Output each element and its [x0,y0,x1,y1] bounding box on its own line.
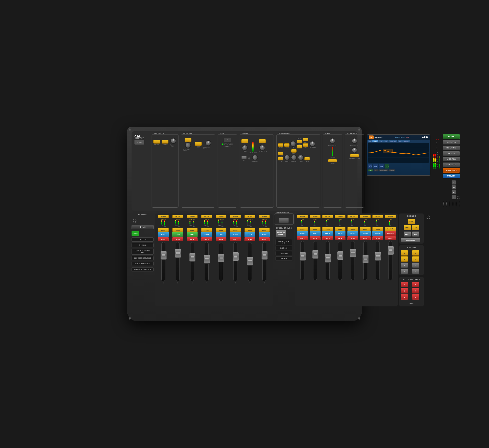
eq-freq-knob[interactable] [284,155,290,160]
ch3-mute-btn[interactable]: MUTE [187,237,198,241]
mtr06-mute-btn[interactable]: MUTE [360,236,371,240]
mtr03-name-btn[interactable]: Mtr03 [322,231,333,236]
ch8-solo-btn[interactable]: SOLO [259,228,270,232]
home-button[interactable]: HOME [443,134,460,139]
encoder-3[interactable] [449,201,450,207]
assign-2-btn[interactable]: 2 [412,250,419,256]
monitor-level-knob[interactable] [185,142,191,148]
main-lr-name-btn[interactable]: Main LR [385,231,396,236]
mtr03-solo-btn[interactable]: SOLO [322,227,333,231]
utility-button[interactable]: UTILITY [443,174,460,178]
tab-busses[interactable]: Busses [403,140,411,142]
ch8-mute-btn[interactable]: MUTE [259,237,270,241]
mtr05-select-btn[interactable]: SELECT [347,215,358,218]
compressor-view-btn[interactable] [350,154,359,157]
ch5-select-btn[interactable]: SELECT [216,215,226,218]
meters-button[interactable]: METERS [443,140,460,145]
bus-9-10-btn[interactable]: BUS 9–10 [276,251,292,255]
ch1-solo-btn[interactable]: SOLO [158,228,169,232]
ch4-name-btn[interactable]: Ch04 [201,232,212,237]
main-c-select-btn[interactable]: SELECT [372,215,383,218]
ch2-select-btn[interactable]: SELECT [172,215,183,218]
mute-grp-1-btn[interactable]: 1 [401,282,408,287]
layer-effects-returns[interactable]: EFFECTS RETURNS [132,256,154,260]
eq-gain-knob[interactable] [298,155,304,160]
assign-6-btn[interactable]: 6 [412,262,419,268]
talk-a-button[interactable] [153,140,160,144]
ch5-solo-btn[interactable]: SOLO [216,228,226,232]
daw-btn-1[interactable] [279,218,289,223]
ch3-name-btn[interactable]: Ch03 [187,232,198,237]
config-btn[interactable] [241,139,248,143]
mtr06-name-btn[interactable]: Mtr06 [360,231,371,236]
eq-low-btn[interactable] [304,157,310,160]
layer-bus9-16[interactable]: BUS 9–16 / MASTER [132,267,154,271]
assign-7-btn[interactable]: 7 [401,269,408,274]
main-c-solo-btn[interactable]: SOLO [372,227,383,231]
mtr05-mute-btn[interactable]: MUTE [347,236,358,240]
dyn-threshold2-knob[interactable] [352,147,357,153]
prev-btn[interactable]: PREV [404,231,411,237]
mtr02-solo-btn[interactable]: SOLO [310,227,321,231]
mtr01-name-btn[interactable]: Mtr01 [297,231,308,236]
effects-button[interactable]: EFFECTS [443,162,460,167]
sends-on-fader-btn[interactable]: SENDS ON FADER [276,230,286,237]
ch6-fader[interactable] [233,252,239,261]
ch7-solo-btn[interactable]: SOLO [244,228,255,232]
eq-high-btn[interactable] [297,145,302,148]
assign-5-btn[interactable]: 5 [401,262,408,268]
mtr04-fader[interactable] [337,251,344,260]
mtr02-select-btn[interactable]: SELECT [310,215,321,218]
tab-gate[interactable]: Gate [372,140,378,142]
ch2-fader[interactable] [175,249,181,258]
layer-bus1-8[interactable]: BUS 1–8 / MASTER [132,262,154,266]
ch2-solo-btn[interactable]: SOLO [172,228,183,232]
page-right-button[interactable]: ▶ [452,190,456,194]
ch7-mute-btn[interactable]: MUTE [244,237,255,241]
talk-b-button[interactable] [162,140,168,144]
ch7-select-btn[interactable]: SELECT [244,215,255,218]
phones-level-knob[interactable] [205,140,211,146]
ch8-fader[interactable] [261,251,268,260]
tab-out[interactable]: Out [398,140,403,142]
mtr06-select-btn[interactable]: SELECT [360,215,371,218]
encoder-1[interactable] [443,201,444,207]
assign-3-btn[interactable]: 3 [401,256,408,262]
page-up-button[interactable]: ▲ [452,180,456,185]
eq-low-mid-knob[interactable] [291,155,297,160]
main-c-name-btn[interactable]: Main C [372,231,383,236]
routing-button[interactable]: ROUTING [443,146,460,150]
encoder-4[interactable] [452,201,454,207]
layer-ch1-8[interactable]: CH 1–8 [132,225,154,229]
ch4-mute-btn[interactable]: MUTE [201,237,212,241]
ch4-select-btn[interactable]: SELECT [201,215,212,218]
ch4-solo-btn[interactable]: SOLO [201,228,212,232]
ch6-solo-btn[interactable]: SOLO [230,228,241,232]
ch1-name-btn[interactable]: Ch01 [158,232,169,237]
dyn-threshold-knob[interactable] [352,138,357,144]
encoder-2[interactable] [446,201,447,207]
low-cut-knob[interactable] [252,155,258,160]
dim-button[interactable] [195,142,202,146]
main-lr-mute-btn[interactable]: MUTE [385,236,396,240]
mtr05-solo-btn[interactable]: SOLO [347,227,358,231]
talk-level-knob[interactable] [170,138,176,144]
mute-grp-button[interactable]: MUTE GRP [443,168,460,173]
page-left-button[interactable]: ◀ [452,185,456,190]
eq-high2-btn[interactable] [297,140,302,143]
eq-lshv-btn[interactable] [278,152,283,155]
gain-knob[interactable] [242,145,248,151]
mtr03-mute-btn[interactable]: MUTE [322,236,333,240]
ch4-fader[interactable] [204,255,210,264]
assign-8-btn[interactable]: 8 [412,269,419,274]
clear-solo-btn[interactable]: CLEAR SOLO [401,238,420,242]
encoder-6[interactable] [459,201,460,207]
mtr02-mute-btn[interactable]: MUTE [310,236,321,240]
ch7-name-btn[interactable]: Ch07 [244,232,255,237]
monitor-enable-button[interactable] [185,138,191,142]
next-btn[interactable]: NXXT [412,231,419,237]
main-c-fader[interactable] [375,252,381,261]
ch3-select-btn[interactable]: SELECT [187,215,198,218]
mtr01-mute-btn[interactable]: MUTE [297,236,308,240]
frequency-knob[interactable] [259,145,265,151]
